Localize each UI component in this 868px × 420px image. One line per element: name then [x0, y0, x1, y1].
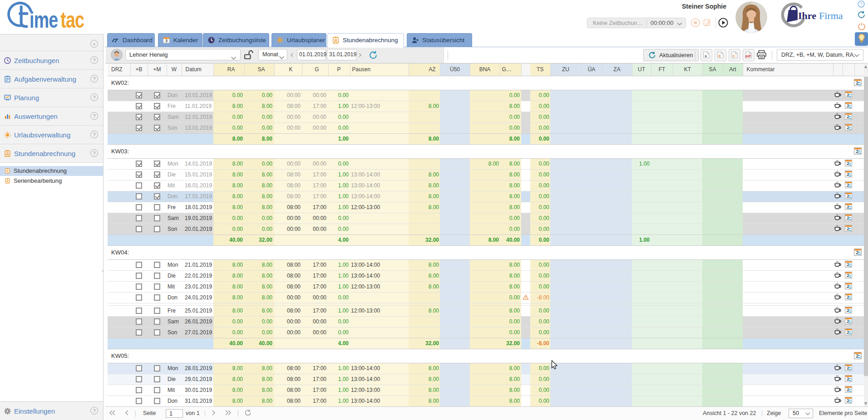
svg-text:pdf: pdf — [745, 54, 751, 58]
svg-text:E: E — [719, 54, 721, 58]
svg-text:tac: tac — [60, 7, 84, 30]
svg-text:3: 3 — [165, 39, 168, 43]
svg-text:x: x — [705, 54, 707, 58]
svg-text:ime: ime — [30, 7, 58, 30]
svg-text:C: C — [733, 54, 735, 58]
